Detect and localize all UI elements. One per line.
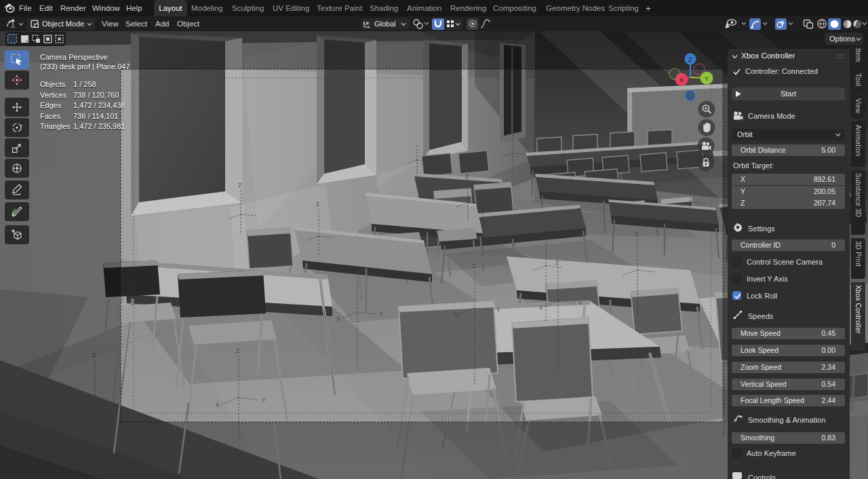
svg-text:X: X	[336, 315, 340, 322]
svg-text:X: X	[539, 304, 543, 311]
svg-text:Z: Z	[316, 201, 319, 208]
svg-text:X: X	[216, 402, 220, 408]
svg-text:Y: Y	[379, 311, 383, 318]
svg-text:Z: Z	[236, 347, 239, 354]
svg-text:Y: Y	[262, 397, 266, 404]
svg-text:Z: Z	[472, 263, 475, 269]
svg-text:Z: Z	[543, 230, 547, 237]
svg-text:Z: Z	[238, 182, 241, 189]
svg-text:Z: Z	[688, 56, 692, 63]
svg-text:Y: Y	[496, 307, 500, 313]
svg-text:Z: Z	[555, 259, 559, 266]
svg-text:Z: Z	[480, 198, 484, 205]
svg-text:Y: Y	[578, 300, 583, 307]
svg-text:Z: Z	[635, 231, 638, 237]
svg-text:X: X	[679, 76, 684, 83]
svg-text:Z: Z	[355, 269, 358, 275]
svg-text:Y: Y	[705, 75, 709, 82]
svg-text:Z: Z	[465, 173, 469, 180]
svg-text:X: X	[454, 311, 458, 318]
